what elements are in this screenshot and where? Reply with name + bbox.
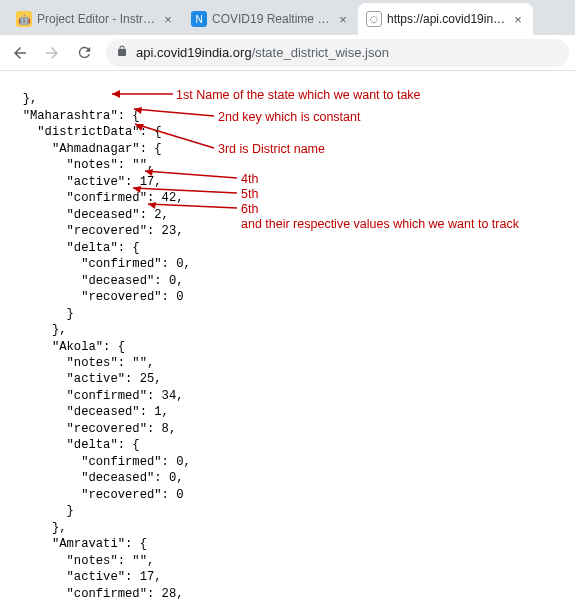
annotation-3: 3rd is District name xyxy=(218,141,325,158)
tab-covid-monitor[interactable]: N COVID19 Realtime Monitoring × xyxy=(183,3,358,35)
browser-toolbar: api.covid19india.org/state_district_wise… xyxy=(0,35,575,71)
json-text: }, "Maharashtra": { "districtData": { "A… xyxy=(8,91,191,600)
annotation-7: and their respective values which we wan… xyxy=(241,216,519,233)
annotation-6: 6th xyxy=(241,201,258,218)
annotation-1: 1st Name of the state which we want to t… xyxy=(176,87,421,104)
address-bar[interactable]: api.covid19india.org/state_district_wise… xyxy=(106,39,569,67)
back-button[interactable] xyxy=(6,39,34,67)
lock-icon xyxy=(116,45,128,60)
close-icon[interactable]: × xyxy=(511,12,525,26)
tab-api-json[interactable]: ◌ https://api.covid19india.org/sta × xyxy=(358,3,533,35)
tab-title: Project Editor - Instructables xyxy=(37,12,156,26)
tab-strip: 🤖 Project Editor - Instructables × N COV… xyxy=(0,0,575,35)
reload-button[interactable] xyxy=(70,39,98,67)
annotation-5: 5th xyxy=(241,186,258,203)
close-icon[interactable]: × xyxy=(161,12,175,26)
forward-button[interactable] xyxy=(38,39,66,67)
tab-instructables[interactable]: 🤖 Project Editor - Instructables × xyxy=(8,3,183,35)
page-content: }, "Maharashtra": { "districtData": { "A… xyxy=(0,71,575,600)
tab-favicon: N xyxy=(191,11,207,27)
annotation-4: 4th xyxy=(241,171,258,188)
tab-title: COVID19 Realtime Monitoring xyxy=(212,12,331,26)
url-text: api.covid19india.org/state_district_wise… xyxy=(136,45,389,60)
tab-title: https://api.covid19india.org/sta xyxy=(387,12,506,26)
tab-favicon: 🤖 xyxy=(16,11,32,27)
close-icon[interactable]: × xyxy=(336,12,350,26)
globe-icon: ◌ xyxy=(366,11,382,27)
annotation-2: 2nd key which is constant xyxy=(218,109,360,126)
